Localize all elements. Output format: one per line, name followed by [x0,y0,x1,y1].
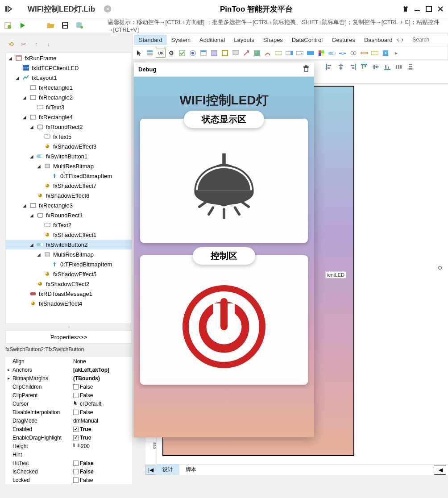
ok-button-comp-icon[interactable]: OK [156,49,166,58]
down-arrow-icon[interactable]: ↓ [45,40,53,48]
tab-gestures[interactable]: Gestures [327,35,360,45]
arrow-comp-icon[interactable] [241,49,251,58]
tab-datacontrol[interactable]: DataControl [287,35,327,45]
link-icon[interactable]: ⟲ [7,40,15,48]
maximize-button[interactable] [425,5,433,13]
more-comp-icon[interactable]: ▸ [391,49,401,58]
tree-node-fxShadowEffect1[interactable]: ▸fxShadowEffect1 [6,230,132,240]
gear-comp-icon[interactable]: ⚙ [166,49,176,58]
tree-node-fxRectangle4[interactable]: fxRectangle4 [6,112,132,122]
tree-node-fxShadowEffect4[interactable]: ▸fxShadowEffect4 [6,299,132,308]
align-top-icon[interactable] [360,63,369,71]
tree-node-MultiResBitmap[interactable]: MultiResBitmap [6,249,132,259]
tab-layouts[interactable]: Layouts [229,35,259,45]
power-button-icon[interactable] [179,282,269,371]
align-bottom-icon[interactable] [383,63,392,71]
play-comp-icon[interactable] [381,49,390,58]
panel-comp-icon[interactable] [209,49,219,58]
tree-node-fxShadowEffect2[interactable]: ▸fxShadowEffect2 [6,279,132,289]
component-search-input[interactable] [412,36,448,44]
radio-comp-icon[interactable] [188,49,198,58]
tree-node-fxRectangle1[interactable]: ▸fxRectangle1 [6,83,132,92]
tab-dashboard[interactable]: Dashboard [360,35,397,45]
pointer-tool-icon[interactable] [134,49,144,58]
structure-tree[interactable]: fxRunFrame▸TCPfxIdTCPClientLEDfxLayout1▸… [5,53,132,324]
cut-icon[interactable]: ✂ [20,40,28,48]
tree-node-fxText3[interactable]: ▸fxText3 [6,102,132,112]
tree-node-fxRDToastMessage1[interactable]: ▸fxRDToastMessage1 [6,289,132,299]
panel-grip[interactable]: ○ [5,324,132,329]
edit-comp-icon[interactable] [274,49,283,58]
tree-node-fxShadowEffect6[interactable]: ▸fxShadowEffect6 [6,191,132,200]
prop-Anchors[interactable]: ▸Anchors[akLeft,akTop] [5,365,132,374]
align-left-icon[interactable] [325,63,334,71]
prop-ClipParent[interactable]: ClipParentFalse [5,391,132,399]
save-icon[interactable] [61,21,70,30]
tree-node-fxRoundRect2[interactable]: fxRoundRect2 [6,122,132,132]
tcp-client-tag[interactable]: ientLED [325,271,346,278]
frame-comp-icon[interactable] [220,49,230,58]
prop-Locked[interactable]: LockedFalse [5,476,132,484]
tree-node-MultiResBitmap[interactable]: MultiResBitmap [6,161,132,171]
selection-handle[interactable] [438,266,442,270]
tree-node-fxIdTCPClientLED[interactable]: ▸TCPfxIdTCPClientLED [6,63,132,73]
properties-grid[interactable]: AlignNone▸Anchors[akLeft,akTop]▸BitmapMa… [5,357,132,484]
tree-node-fxRectangle2[interactable]: fxRectangle2 [6,92,132,102]
new-file-icon[interactable] [4,21,12,30]
close-button[interactable] [436,5,444,13]
tab-script[interactable]: 脚本 [179,465,203,475]
dist-h-icon[interactable] [394,63,403,71]
tree-node-0:TFixedBitmapItem[interactable]: ▸0:TFixedBitmapItem [6,259,132,269]
tab-nav-first[interactable]: |◀ [145,465,156,475]
tab-prev-icon[interactable]: ‹ [397,36,399,44]
open-folder-icon[interactable] [46,21,55,30]
edit2-comp-icon[interactable] [370,49,380,58]
tree-node-fxRoundRect1[interactable]: fxRoundRect1 [6,210,132,220]
properties-header[interactable]: Properties>>> [5,330,132,344]
prop-Hint[interactable]: Hint [5,450,132,459]
tab-additional[interactable]: Additional [195,35,229,45]
popup-comp-icon[interactable] [231,49,241,58]
trash-icon[interactable] [303,65,310,74]
minimize-button[interactable] [413,5,421,13]
prop-BitmapMargins[interactable]: ▸BitmapMargins(TBounds) [5,374,132,382]
list-comp-icon[interactable] [199,49,208,58]
link-comp-icon[interactable] [348,49,358,58]
tree-node-fxText2[interactable]: ▸fxText2 [6,220,132,230]
database-icon[interactable] [75,21,84,30]
tshirt-icon[interactable] [402,5,410,13]
tab-system[interactable]: System [167,35,195,45]
prop-Align[interactable]: AlignNone [5,357,132,365]
align-middle-icon[interactable] [371,63,380,71]
align-center-h-icon[interactable] [336,63,345,71]
tab-design[interactable]: 设计 [156,465,179,475]
tree-node-fxSwitchButton2[interactable]: fxSwitchButton2 [6,240,132,249]
tab-standard[interactable]: Standard [134,35,167,45]
prop-Enabled[interactable]: Enabled✓True [5,425,132,433]
tree-node-fxShadowEffect3[interactable]: ▸fxShadowEffect3 [6,141,132,151]
menu-comp-icon[interactable] [145,49,155,58]
dist-v-icon[interactable] [406,63,415,71]
file-tab[interactable]: WIFI控制LED灯.Lib [28,4,95,14]
tree-node-fxShadowEffect5[interactable]: ▸fxShadowEffect5 [6,269,132,279]
combo-comp-icon[interactable] [295,49,305,58]
tab-next-icon[interactable]: › [401,36,403,44]
prop-ClipChildren[interactable]: ClipChildrenFalse [5,382,132,391]
checkbox-comp-icon[interactable] [177,49,187,58]
prop-Cursor[interactable]: CursorcrDefault [5,399,132,408]
tree-node-0:TFixedBitmapItem[interactable]: ▸0:TFixedBitmapItem [6,171,132,181]
spinedit-comp-icon[interactable] [284,49,294,58]
prop-IsChecked[interactable]: IsCheckedFalse [5,467,132,476]
dropdown-comp-icon[interactable] [306,49,315,58]
curve-comp-icon[interactable] [263,49,273,58]
prop-DragMode[interactable]: DragModedmManual [5,416,132,425]
tree-node-fxLayout1[interactable]: fxLayout1 [6,73,132,83]
tree-node-fxShadowEffect7[interactable]: ▸fxShadowEffect7 [6,181,132,191]
prop-HitTest[interactable]: HitTestFalse [5,459,132,467]
align-right-icon[interactable] [348,63,357,71]
tab-shapes[interactable]: Shapes [259,35,287,45]
tree-node-fxText5[interactable]: ▸fxText5 [6,132,132,141]
slider2-comp-icon[interactable]: ⟺ [359,49,369,58]
tree-node-fxSwitchButton1[interactable]: fxSwitchButton1 [6,151,132,161]
up-arrow-icon[interactable]: ↑ [32,40,40,48]
